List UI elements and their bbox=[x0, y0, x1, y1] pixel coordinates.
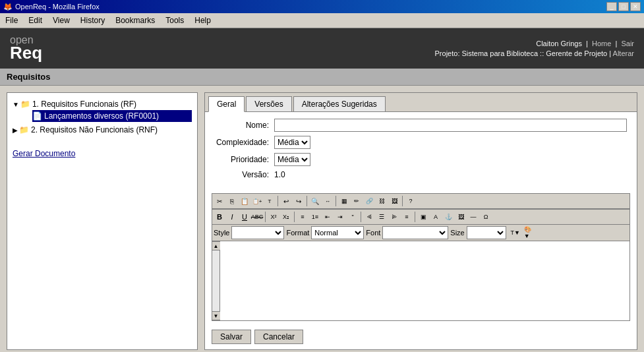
window-title-bar: 🦊 OpenReq - Mozilla Firefox _ □ ✕ bbox=[0, 0, 644, 13]
table-button[interactable]: ▦ bbox=[338, 195, 350, 207]
image2-button[interactable]: 🖼 bbox=[455, 211, 467, 223]
anchor-button[interactable]: ⚓ bbox=[442, 211, 454, 223]
indent-right-button[interactable]: ⇥ bbox=[334, 211, 346, 223]
tab-alteracoes[interactable]: Alterações Sugeridas bbox=[293, 96, 386, 111]
logo-req: Req bbox=[10, 43, 42, 63]
find-replace-button[interactable]: ↔ bbox=[322, 195, 334, 207]
versao-label: Versão: bbox=[215, 170, 274, 179]
fill-button[interactable]: ▣ bbox=[417, 211, 429, 223]
highlight-button[interactable]: 🎨▼ bbox=[523, 227, 535, 239]
toggle-rf[interactable]: ▼ bbox=[13, 101, 19, 108]
menu-tools[interactable]: Tools bbox=[160, 15, 189, 26]
tree-item-rf[interactable]: ▼ 📁 1. Requisitos Funcionais (RF) bbox=[13, 98, 192, 110]
menu-history[interactable]: History bbox=[75, 15, 110, 26]
menu-bookmarks[interactable]: Bookmarks bbox=[110, 15, 160, 26]
generate-doc-link[interactable]: Gerar Documento bbox=[13, 149, 75, 158]
indent-left-button[interactable]: ⇤ bbox=[322, 211, 334, 223]
bold-button[interactable]: B bbox=[214, 211, 225, 223]
toggle-rnf[interactable]: ▶ bbox=[13, 127, 18, 134]
tab-versoes[interactable]: Versões bbox=[246, 96, 291, 111]
font-select[interactable] bbox=[382, 226, 448, 239]
prioridade-label: Prioridade: bbox=[215, 155, 274, 164]
size-label: Size bbox=[450, 229, 464, 237]
subscript-button[interactable]: X₂ bbox=[280, 211, 292, 223]
image-button[interactable]: 🖼 bbox=[388, 195, 400, 207]
tree-item-rf0001[interactable]: 📄 Lançamentos diversos (RF0001) bbox=[32, 110, 192, 122]
vertical-scrollbar-left: ▲ ▼ bbox=[212, 241, 220, 320]
italic-button[interactable]: I bbox=[226, 211, 238, 223]
style-select[interactable] bbox=[231, 226, 284, 239]
cancel-button[interactable]: Cancelar bbox=[254, 330, 303, 344]
sep3 bbox=[336, 196, 336, 206]
complexidade-select[interactable]: Baixa Média Alta bbox=[274, 136, 310, 149]
menu-help[interactable]: Help bbox=[189, 15, 216, 26]
menu-bar: File Edit View History Bookmarks Tools H… bbox=[0, 13, 644, 28]
app-icon: 🦊 bbox=[3, 3, 13, 11]
color-button[interactable]: A bbox=[430, 211, 442, 223]
save-button[interactable]: Salvar bbox=[212, 330, 251, 344]
style-label: Style bbox=[214, 229, 229, 237]
alterar-link[interactable]: Alterar bbox=[613, 49, 634, 57]
link-button[interactable]: 🔗 bbox=[363, 195, 375, 207]
home-link[interactable]: Home bbox=[592, 40, 611, 47]
generate-link-container: Gerar Documento bbox=[13, 146, 192, 161]
menu-view[interactable]: View bbox=[47, 15, 75, 26]
close-button[interactable]: ✕ bbox=[630, 2, 641, 11]
align-center-button[interactable]: ☰ bbox=[376, 211, 388, 223]
header-project: Projeto: Sistema para Biblioteca :: Gere… bbox=[435, 49, 634, 57]
main-content: ▼ 📁 1. Requisitos Funcionais (RF) 📄 Lanç… bbox=[0, 86, 644, 352]
align-left-button[interactable]: ⫷ bbox=[363, 211, 375, 223]
folder-icon-rf: 📁 bbox=[20, 100, 30, 109]
text-color-button[interactable]: T▼ bbox=[510, 227, 521, 239]
undo-button[interactable]: ↩ bbox=[280, 195, 292, 207]
nome-input[interactable] bbox=[274, 119, 627, 132]
folder-icon-rnf: 📁 bbox=[19, 125, 29, 134]
hrule-button[interactable]: — bbox=[467, 211, 479, 223]
tree-label-rf0001: Lançamentos diversos (RF0001) bbox=[44, 111, 159, 121]
versao-row: Versão: 1.0 bbox=[215, 170, 627, 179]
tab-geral[interactable]: Geral bbox=[208, 96, 245, 112]
scroll-down-arrow[interactable]: ▼ bbox=[212, 311, 221, 320]
complexidade-label: Complexidade: bbox=[215, 138, 274, 147]
redo-button[interactable]: ↪ bbox=[293, 195, 305, 207]
tree-child-rf0001: 📄 Lançamentos diversos (RF0001) bbox=[32, 110, 192, 122]
cut-button[interactable]: ✂ bbox=[214, 195, 225, 207]
format-select[interactable]: Normal bbox=[311, 226, 364, 239]
menu-file[interactable]: File bbox=[0, 15, 23, 26]
paste-button[interactable]: 📋 bbox=[239, 195, 250, 207]
editor-body[interactable] bbox=[220, 241, 629, 320]
draw-button[interactable]: ✏ bbox=[351, 195, 363, 207]
versao-value: 1.0 bbox=[274, 170, 285, 179]
copy-button[interactable]: ⎘ bbox=[226, 195, 238, 207]
tree-label-rnf: 2. Requisitos Não Funcionais (RNF) bbox=[31, 125, 158, 134]
bullet-list-button[interactable]: ≡ bbox=[297, 211, 308, 223]
superscript-button[interactable]: X² bbox=[268, 211, 279, 223]
number-list-button[interactable]: 1≡ bbox=[309, 211, 321, 223]
maximize-button[interactable]: □ bbox=[618, 2, 629, 11]
paste-text-button[interactable]: T bbox=[264, 195, 276, 207]
scroll-up-arrow[interactable]: ▲ bbox=[212, 241, 221, 250]
paste-special-button[interactable]: 📋+ bbox=[251, 195, 263, 207]
button-row: Salvar Cancelar bbox=[205, 324, 637, 349]
sair-link[interactable]: Sair bbox=[621, 40, 634, 47]
blockquote-button[interactable]: " bbox=[347, 211, 359, 223]
help-button[interactable]: ? bbox=[405, 195, 417, 207]
abc-button[interactable]: ABC bbox=[251, 211, 263, 223]
menu-edit[interactable]: Edit bbox=[23, 15, 47, 26]
unlink-button[interactable]: ⛓ bbox=[376, 195, 388, 207]
sep1 bbox=[278, 196, 278, 206]
sep7 bbox=[361, 212, 361, 222]
prioridade-select[interactable]: Baixa Média Alta bbox=[274, 153, 310, 166]
align-right-button[interactable]: ⫸ bbox=[388, 211, 400, 223]
align-justify-button[interactable]: ≡ bbox=[401, 211, 413, 223]
find-button[interactable]: 🔍 bbox=[309, 195, 321, 207]
editor-toolbar-row1: ✂ ⎘ 📋 📋+ T ↩ ↪ 🔍 ↔ ▦ ✏ 🔗 ⛓ 🖼 bbox=[212, 194, 629, 209]
complexidade-row: Complexidade: Baixa Média Alta bbox=[215, 136, 627, 149]
underline-button[interactable]: U bbox=[239, 211, 250, 223]
special-char-button[interactable]: Ω bbox=[480, 211, 492, 223]
tree-item-rnf[interactable]: ▶ 📁 2. Requisitos Não Funcionais (RNF) bbox=[13, 124, 192, 136]
minimize-button[interactable]: _ bbox=[606, 2, 617, 11]
size-select[interactable] bbox=[467, 226, 506, 239]
toolbar-row2: B I U ABC X² X₂ ≡ 1≡ ⇤ ⇥ " ⫷ ☰ ⫸ bbox=[214, 211, 628, 223]
form-area: Nome: Complexidade: Baixa Média Alta Pri… bbox=[205, 112, 637, 190]
